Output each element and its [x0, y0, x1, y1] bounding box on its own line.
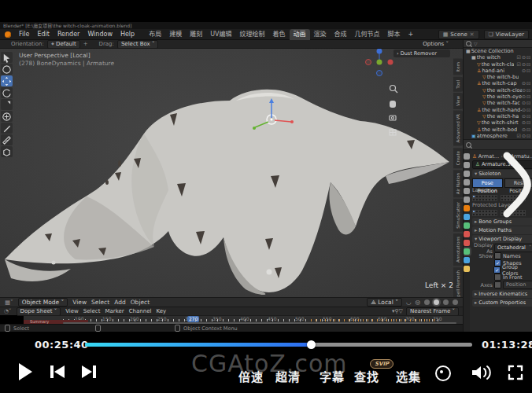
fullscreen-icon[interactable]	[508, 365, 523, 380]
npanel-tab-0[interactable]: Item	[453, 59, 463, 75]
axes-position-field[interactable]: Position	[503, 281, 532, 289]
checkbox-group-colors[interactable]: ✓	[493, 266, 501, 274]
eye-toggle-icon[interactable]: ⊙	[522, 100, 526, 106]
proportional-edit-icon[interactable]: ◎	[415, 299, 420, 306]
player-button-2[interactable]: 字幕	[320, 368, 345, 384]
move-icon[interactable]	[1, 75, 13, 86]
outliner-row[interactable]: ♙ the witch-cap ⊙⊡	[464, 80, 532, 86]
cam-toggle-icon[interactable]: ⊡	[526, 80, 530, 86]
cursor-icon[interactable]	[1, 64, 13, 75]
section-inverse-kinematics[interactable]: ▸Inverse Kinematics	[472, 290, 532, 298]
shading-solid-icon[interactable]	[434, 299, 439, 305]
checkbox-shapes[interactable]: ✓	[494, 259, 501, 266]
outliner-row[interactable]: ▽ the witch-cloak ⊙⊡	[464, 87, 532, 94]
eye-toggle-icon[interactable]: ⊙	[522, 133, 526, 139]
eye-toggle-icon[interactable]: ⊙	[522, 61, 526, 68]
workspace-tab-9[interactable]: 几何节点	[351, 29, 384, 40]
eye-toggle-icon[interactable]: ⊙	[522, 54, 526, 61]
cam-toggle-icon[interactable]: ⊡	[526, 68, 530, 74]
outliner-row[interactable]: ♙ the witch-hand-R ⊙⊡	[464, 107, 532, 113]
ds-menu-view[interactable]: View	[65, 308, 79, 314]
chk-toggle-icon[interactable]: ☑	[517, 54, 521, 61]
selected-keyframes[interactable]	[311, 319, 437, 321]
orientation-dropdown[interactable]: ⌖ Default	[47, 40, 80, 49]
npanel-tab-7[interactable]: Annotations	[453, 233, 463, 266]
cam-toggle-icon[interactable]: ⊡	[526, 107, 530, 113]
outliner-search-icon[interactable]	[466, 41, 471, 46]
player-button-0[interactable]: 倍速	[238, 368, 264, 384]
properties-tab-12[interactable]	[464, 257, 470, 263]
3d-viewport[interactable]	[0, 49, 463, 297]
properties-tab-10[interactable]	[464, 240, 470, 246]
dopesheet-editor-icon[interactable]: ◔˅	[4, 308, 12, 314]
eye-toggle-icon[interactable]: ⊙	[522, 87, 526, 94]
properties-tab-9[interactable]	[464, 231, 470, 237]
outliner-row[interactable]: ▦ the witch ☑⊙⊡	[464, 54, 532, 61]
eye-toggle-icon[interactable]: ⊙	[522, 80, 526, 86]
rotate-icon[interactable]	[1, 87, 13, 98]
viewport-options-dropdown[interactable]: Options ˅	[423, 40, 449, 49]
menu-file[interactable]: File	[15, 31, 33, 38]
menu-help[interactable]: Help	[116, 31, 139, 38]
section-custom-properties[interactable]: ▸Custom Properties	[472, 299, 532, 307]
annotate-icon[interactable]	[1, 123, 13, 134]
editor-type-icon[interactable]: ▦˅	[5, 299, 13, 306]
properties-tab-0[interactable]	[464, 153, 470, 160]
workspace-tab-7[interactable]: 渲染	[310, 29, 331, 40]
cam-toggle-icon[interactable]: ⊡	[526, 100, 530, 106]
outliner-row[interactable]: ▽ the witch-bu	[464, 74, 532, 80]
outliner-row[interactable]: ▣ atmosphere ☑⊙⊡	[464, 133, 532, 139]
filter-icon[interactable]: ▾⚲▽	[392, 308, 403, 314]
checkbox-axes[interactable]	[494, 281, 501, 288]
shading-rendered-icon[interactable]	[453, 299, 458, 305]
transform-icon[interactable]	[1, 111, 13, 122]
workspace-tab-2[interactable]: 雕刻	[186, 29, 206, 40]
snap-dropdown[interactable]: Nearest Frame ˅	[406, 307, 459, 316]
eye-toggle-icon[interactable]: ⊙	[522, 113, 526, 119]
outliner-row[interactable]: ▽ the witch-eye ⊙⊡	[464, 94, 532, 100]
workspace-tab-6[interactable]: 动画	[290, 29, 310, 40]
cam-toggle-icon[interactable]: ⊡	[526, 94, 530, 100]
outliner-row[interactable]: ▦ Scene Collection	[464, 48, 532, 54]
scene-selector[interactable]: ▦Scene✕	[438, 30, 479, 39]
viewlayer-selector[interactable]: ❏ViewLayer	[484, 30, 529, 39]
workspace-tab-8[interactable]: 合成	[331, 29, 351, 40]
cast-icon[interactable]	[435, 365, 451, 381]
properties-tab-13[interactable]	[464, 266, 470, 272]
vp-menu-object[interactable]: Object	[131, 299, 150, 306]
vp-menu-select[interactable]: Select	[91, 299, 109, 306]
play-button[interactable]	[17, 362, 33, 381]
outliner-row[interactable]: ♙ hand-ani ⊙⊡	[464, 68, 532, 74]
pose-position-button[interactable]: Pose Position	[472, 178, 503, 188]
properties-tab-8[interactable]	[464, 222, 470, 229]
ds-menu-select[interactable]: Select	[83, 308, 101, 314]
cam-toggle-icon[interactable]: ⊡	[526, 87, 530, 94]
properties-tab-7[interactable]	[464, 214, 470, 220]
drag-dropdown[interactable]: Select Box ˅	[117, 40, 159, 49]
cam-toggle-icon[interactable]: ⊡	[526, 61, 530, 68]
npanel-tab-5[interactable]: Air Nation	[453, 170, 463, 197]
properties-tab-3[interactable]	[464, 179, 470, 185]
mode-dropdown[interactable]: Object Mode ˅	[18, 298, 68, 307]
properties-tab-5[interactable]	[464, 196, 470, 203]
workspace-tab-11[interactable]: +	[405, 29, 418, 40]
vp-menu-add[interactable]: Add	[114, 299, 126, 306]
eye-toggle-icon[interactable]: ⊙	[522, 107, 526, 113]
properties-tab-2[interactable]	[464, 171, 470, 177]
ds-menu-marker[interactable]: Marker	[105, 308, 124, 314]
cam-toggle-icon[interactable]: ⊡	[526, 127, 530, 133]
section-motion-paths[interactable]: ▸Motion Paths	[472, 226, 532, 234]
workspace-tab-5[interactable]: 着色	[269, 29, 290, 40]
chk-toggle-icon[interactable]: ☑	[517, 61, 521, 68]
outliner-row[interactable]: ♙ the witch-bod ⊙⊡	[464, 127, 532, 133]
ds-menu-channel[interactable]: Channel	[129, 308, 152, 314]
snap-magnet-icon[interactable]: ◡	[406, 299, 412, 306]
workspace-tab-0[interactable]: 布局	[145, 29, 165, 40]
outliner-row[interactable]: ▽ the witch-cla ☑⊙⊡	[464, 61, 532, 68]
shading-wireframe-icon[interactable]	[424, 299, 430, 305]
eye-toggle-icon[interactable]: ⊙	[522, 94, 526, 100]
eye-toggle-icon[interactable]: ⊙	[522, 119, 526, 126]
scale-icon[interactable]	[1, 99, 13, 110]
volume-icon[interactable]	[471, 364, 493, 381]
seek-bar[interactable]	[85, 343, 472, 347]
